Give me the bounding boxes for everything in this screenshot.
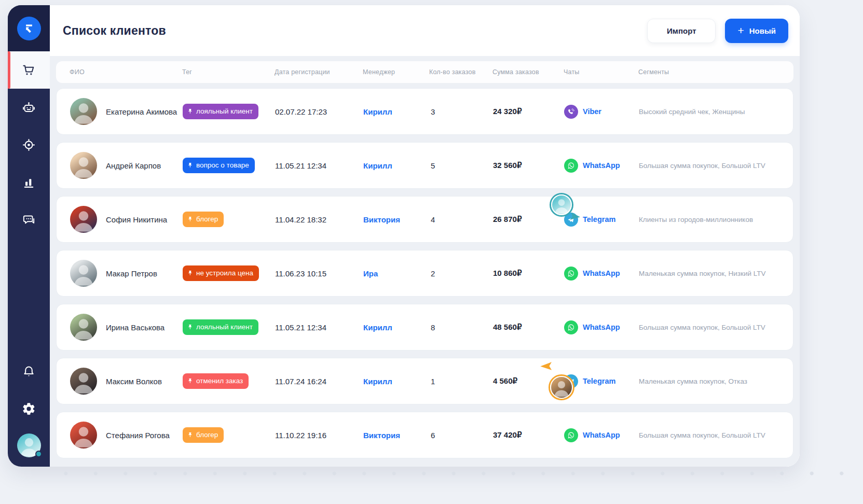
pin-icon [187, 324, 193, 330]
pin-icon [187, 108, 193, 115]
segments-text: Большая сумма покупок, Большой LTV [639, 431, 779, 439]
client-name: Максим Волков [106, 377, 162, 386]
client-tag[interactable]: блогер [183, 427, 224, 443]
target-icon [22, 138, 36, 152]
collaborator-avatar-orange [549, 374, 574, 400]
client-row[interactable]: Андрей Карпов вопрос о товаре 11.05.21 1… [56, 142, 793, 189]
main-content: Список клиентов Импорт + Новый ФИО Тег Д… [50, 5, 800, 467]
client-tag[interactable]: не устроила цена [183, 265, 259, 281]
chat-label: WhatsApp [583, 161, 620, 170]
sidebar-item-orders[interactable] [8, 51, 50, 89]
decorative-dots [48, 469, 847, 476]
tag-label: лояльный клиент [196, 107, 253, 115]
plus-icon: + [737, 27, 744, 34]
client-row[interactable]: Макар Петров не устроила цена 11.06.23 1… [56, 250, 793, 297]
tag-label: лояльный клиент [196, 323, 253, 331]
tag-label: блогер [196, 215, 218, 223]
pin-icon [187, 432, 193, 438]
sidebar-item-settings[interactable] [8, 390, 50, 427]
pin-icon [187, 378, 193, 384]
logo-block [8, 5, 50, 51]
manager-link[interactable]: Виктория [363, 431, 430, 440]
chat-label: Telegram [583, 377, 615, 385]
orders-total: 32 560₽ [493, 161, 564, 170]
cart-icon [22, 63, 36, 77]
chat-link[interactable]: WhatsApp [564, 267, 639, 281]
client-tag[interactable]: лояльный клиент [183, 104, 258, 119]
bar-chart-icon [22, 175, 36, 189]
client-row[interactable]: Стефания Рогова блогер 11.10.22 19:16 Ви… [56, 412, 793, 458]
sidebar-item-messages[interactable] [8, 201, 50, 238]
registration-date: 11.05.21 12:34 [275, 161, 363, 170]
client-tag[interactable]: отменил заказ [183, 373, 249, 389]
viber-icon [567, 107, 576, 116]
registration-date: 02.07.22 17:23 [275, 107, 363, 116]
segments-text: Большая сумма покупок, Большой LTV [639, 162, 779, 170]
whatsapp-icon [567, 269, 576, 278]
import-button[interactable]: Импорт [647, 19, 716, 43]
client-name: Ирина Васькова [106, 323, 165, 332]
manager-link[interactable]: Кирилл [363, 107, 430, 116]
client-avatar [70, 368, 97, 395]
client-row[interactable]: Екатерина Акимова лояльный клиент 02.07.… [56, 88, 793, 135]
chat-link[interactable]: WhatsApp [564, 428, 639, 442]
sidebar-item-analytics[interactable] [8, 163, 50, 201]
orders-count: 2 [430, 269, 493, 278]
column-fio: ФИО [70, 68, 182, 76]
collaborator-cursor-teal [550, 193, 573, 217]
new-button-label: Новый [749, 26, 776, 35]
sidebar-item-target[interactable] [8, 126, 50, 163]
client-name: София Никитина [106, 215, 167, 224]
app-logo[interactable] [17, 17, 41, 40]
registration-date: 11.04.22 18:32 [275, 215, 363, 224]
tag-label: не устроила цена [196, 269, 253, 277]
client-row[interactable]: София Никитина блогер 11.04.22 18:32 Вик… [56, 196, 793, 243]
manager-link[interactable]: Кирилл [363, 323, 430, 332]
chat-link[interactable]: Viber [564, 105, 639, 119]
column-orders-sum: Сумма заказов [492, 68, 564, 76]
column-orders-count: Кол-во заказов [429, 68, 492, 76]
sidebar-item-notifications[interactable] [8, 353, 50, 390]
column-manager: Менеджер [363, 68, 429, 76]
client-tag[interactable]: блогер [183, 212, 224, 227]
app-window: Список клиентов Импорт + Новый ФИО Тег Д… [8, 5, 800, 467]
new-button[interactable]: + Новый [725, 19, 788, 43]
registration-date: 11.05.21 12:34 [275, 323, 363, 332]
pin-icon [187, 162, 193, 169]
segments-text: Маленькая сумма покупок, Низкий LTV [639, 270, 779, 277]
client-avatar [70, 152, 97, 179]
manager-link[interactable]: Кирилл [363, 377, 430, 386]
registration-date: 11.07.24 16:24 [275, 377, 363, 386]
chat-link[interactable]: Telegram [564, 374, 639, 388]
orders-count: 5 [430, 161, 493, 170]
tag-label: блогер [196, 431, 218, 439]
topbar: Список клиентов Импорт + Новый [50, 5, 800, 56]
manager-link[interactable]: Виктория [363, 215, 430, 224]
sidebar-item-bot[interactable] [8, 89, 50, 126]
chat-label: Telegram [583, 215, 615, 223]
orders-total: 24 320₽ [493, 107, 564, 116]
user-avatar[interactable] [17, 433, 41, 457]
orders-total: 37 420₽ [493, 430, 564, 440]
manager-link[interactable]: Кирилл [363, 161, 430, 170]
manager-link[interactable]: Ира [363, 269, 430, 278]
client-row[interactable]: Максим Волков отменил заказ 11.07.24 16:… [56, 358, 793, 404]
client-row[interactable]: Ирина Васькова лояльный клиент 11.05.21 … [56, 304, 793, 351]
client-tag[interactable]: лояльный клиент [183, 319, 258, 335]
topbar-actions: Импорт + Новый [647, 19, 788, 43]
pin-icon [187, 270, 193, 276]
registration-date: 11.10.22 19:16 [275, 431, 363, 440]
orders-count: 6 [430, 431, 493, 440]
client-name: Андрей Карпов [106, 161, 161, 170]
client-tag[interactable]: вопрос о товаре [183, 158, 255, 173]
chat-label: WhatsApp [583, 269, 620, 277]
clients-table: ФИО Тег Дата регистрации Менеджер Кол-во… [50, 56, 800, 467]
chat-label: WhatsApp [583, 431, 620, 439]
chat-link[interactable]: WhatsApp [564, 320, 639, 334]
orders-total: 48 560₽ [493, 323, 564, 332]
status-dot [35, 451, 42, 457]
chat-link[interactable]: WhatsApp [564, 159, 639, 173]
chat-label: Viber [583, 107, 601, 116]
robot-icon [22, 101, 36, 115]
client-avatar [70, 98, 97, 125]
